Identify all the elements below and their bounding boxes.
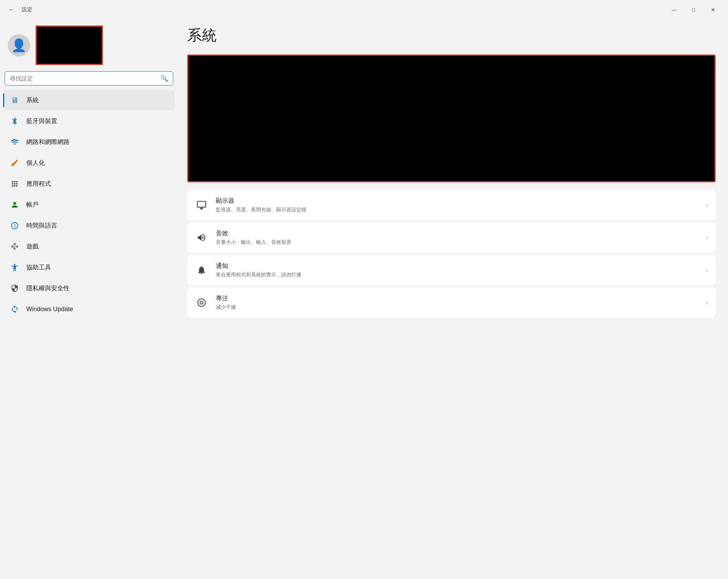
nav-list: 🖥 系統 藍牙與裝置 網路和網際網路 bbox=[3, 90, 175, 319]
title-bar: ← 設定 — □ ✕ bbox=[0, 0, 728, 18]
accounts-icon bbox=[9, 199, 20, 210]
sound-card-title: 音效 bbox=[216, 230, 698, 238]
sidebar-item-apps[interactable]: 應用程式 bbox=[3, 174, 175, 194]
back-button[interactable]: ← bbox=[6, 4, 17, 15]
hero-display-redacted bbox=[187, 55, 716, 182]
focus-card-subtitle: 減少干擾 bbox=[216, 304, 698, 311]
sound-card[interactable]: 音效 音量大小、輸出、輸入、音效裝置 › bbox=[187, 223, 716, 253]
main-content: 系統 顯示器 監視器、亮度、夜間光線、顯示器設定檔 › bbox=[178, 18, 728, 579]
sound-card-text: 音效 音量大小、輸出、輸入、音效裝置 bbox=[216, 230, 698, 246]
display-card-text: 顯示器 監視器、亮度、夜間光線、顯示器設定檔 bbox=[216, 197, 698, 213]
search-icon: 🔍 bbox=[161, 75, 168, 82]
focus-card[interactable]: 專注 減少干擾 › bbox=[187, 288, 716, 318]
time-icon bbox=[9, 220, 20, 231]
update-icon bbox=[9, 304, 20, 315]
focus-icon bbox=[195, 296, 208, 309]
focus-card-title: 專注 bbox=[216, 295, 698, 303]
focus-card-text: 專注 減少干擾 bbox=[216, 295, 698, 311]
accessibility-icon bbox=[9, 262, 20, 273]
sidebar-label-gaming: 遊戲 bbox=[26, 243, 39, 251]
notifications-card-title: 通知 bbox=[216, 262, 698, 270]
close-button[interactable]: ✕ bbox=[704, 3, 722, 16]
sound-card-chevron: › bbox=[706, 235, 708, 241]
notifications-card-subtitle: 來自應用程式和系統的警示，請勿打擾 bbox=[216, 271, 698, 278]
personalize-icon bbox=[9, 158, 20, 168]
notifications-card-chevron: › bbox=[706, 267, 708, 273]
app-container: 👤 🔍 🖥 系統 bbox=[0, 18, 728, 579]
sidebar-label-apps: 應用程式 bbox=[26, 180, 51, 188]
sidebar-item-accounts[interactable]: 帳戶 bbox=[3, 195, 175, 215]
gaming-icon bbox=[9, 241, 20, 252]
minimize-button[interactable]: — bbox=[665, 3, 683, 16]
notifications-card-text: 通知 來自應用程式和系統的警示，請勿打擾 bbox=[216, 262, 698, 278]
user-name-redacted bbox=[36, 26, 103, 65]
window-controls: — □ ✕ bbox=[665, 3, 722, 16]
network-icon bbox=[9, 137, 20, 147]
sidebar-item-accessibility[interactable]: 協助工具 bbox=[3, 257, 175, 278]
user-profile[interactable]: 👤 bbox=[3, 18, 175, 71]
sidebar-item-personalize[interactable]: 個人化 bbox=[3, 153, 175, 173]
sidebar-label-update: Windows Update bbox=[26, 306, 73, 313]
search-input[interactable] bbox=[10, 75, 157, 82]
avatar: 👤 bbox=[8, 34, 30, 57]
system-icon: 🖥 bbox=[9, 95, 20, 106]
sidebar-label-time: 時間與語言 bbox=[26, 222, 57, 230]
display-card[interactable]: 顯示器 監視器、亮度、夜間光線、顯示器設定檔 › bbox=[187, 190, 716, 220]
maximize-button[interactable]: □ bbox=[685, 3, 702, 16]
user-icon: 👤 bbox=[11, 38, 27, 53]
sidebar-item-gaming[interactable]: 遊戲 bbox=[3, 236, 175, 257]
sidebar-label-privacy: 隱私權與安全性 bbox=[26, 284, 70, 293]
display-card-subtitle: 監視器、亮度、夜間光線、顯示器設定檔 bbox=[216, 206, 698, 213]
display-card-title: 顯示器 bbox=[216, 197, 698, 205]
search-box[interactable]: 🔍 bbox=[5, 71, 173, 86]
sidebar-item-system[interactable]: 🖥 系統 bbox=[3, 90, 175, 110]
sidebar: 👤 🔍 🖥 系統 bbox=[0, 18, 178, 579]
search-container: 🔍 bbox=[3, 71, 175, 90]
sidebar-label-system: 系統 bbox=[26, 96, 39, 104]
title-bar-left: ← 設定 bbox=[6, 4, 32, 15]
bluetooth-icon bbox=[9, 116, 20, 127]
sidebar-item-time[interactable]: 時間與語言 bbox=[3, 216, 175, 236]
sound-card-subtitle: 音量大小、輸出、輸入、音效裝置 bbox=[216, 239, 698, 246]
sidebar-item-bluetooth[interactable]: 藍牙與裝置 bbox=[3, 111, 175, 131]
focus-card-chevron: › bbox=[706, 300, 708, 306]
sound-icon bbox=[195, 231, 208, 244]
apps-icon bbox=[9, 178, 20, 189]
sidebar-label-accessibility: 協助工具 bbox=[26, 264, 51, 272]
notifications-icon bbox=[195, 264, 208, 277]
notifications-card[interactable]: 通知 來自應用程式和系統的警示，請勿打擾 › bbox=[187, 255, 716, 285]
page-title: 系統 bbox=[187, 26, 716, 45]
sidebar-label-network: 網路和網際網路 bbox=[26, 138, 70, 146]
display-card-chevron: › bbox=[706, 202, 708, 208]
sidebar-item-privacy[interactable]: 隱私權與安全性 bbox=[3, 278, 175, 298]
app-title: 設定 bbox=[22, 6, 32, 13]
sidebar-label-accounts: 帳戶 bbox=[26, 201, 39, 209]
display-icon bbox=[195, 199, 208, 212]
sidebar-item-update[interactable]: Windows Update bbox=[3, 299, 175, 319]
sidebar-label-bluetooth: 藍牙與裝置 bbox=[26, 117, 57, 125]
sidebar-item-network[interactable]: 網路和網際網路 bbox=[3, 132, 175, 152]
privacy-icon bbox=[9, 283, 20, 294]
sidebar-label-personalize: 個人化 bbox=[26, 159, 45, 167]
